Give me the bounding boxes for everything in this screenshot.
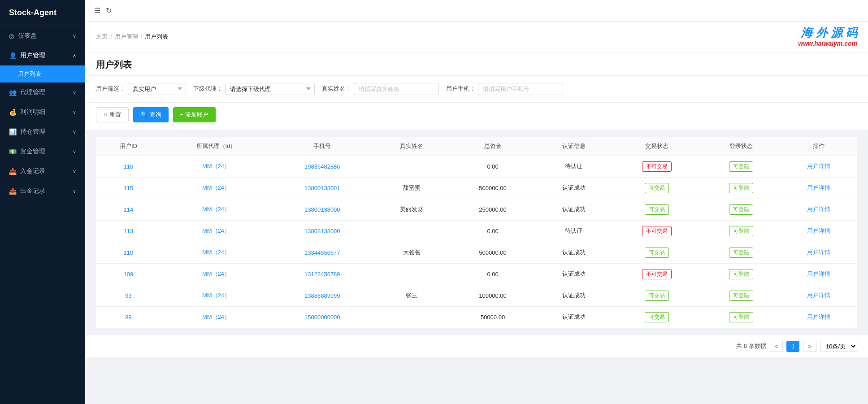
add-label: + 添加账户: [180, 111, 208, 119]
cell-phone: 15000000000: [271, 306, 373, 328]
cell-trade-status: 可交易: [612, 242, 702, 263]
col-user-id: 用户ID: [96, 137, 161, 156]
real-name-input[interactable]: [354, 83, 439, 95]
sidebar-item-withdrawal-record[interactable]: 📤 出金记录 ∨: [0, 181, 85, 201]
col-auth-info: 认证信息: [535, 137, 612, 156]
menu-toggle-icon[interactable]: ☰: [94, 6, 100, 15]
search-icon: 🔍: [140, 111, 148, 118]
cell-user-id: 109: [96, 263, 161, 285]
cell-agent: MM（24）: [161, 199, 271, 220]
breadcrumb-home[interactable]: 主页: [96, 33, 108, 41]
search-button[interactable]: 🔍 查询: [133, 107, 169, 122]
cell-login-status: 可登陆: [702, 199, 780, 220]
cell-total-funds: 0.00: [450, 156, 536, 177]
col-total-funds: 总资金: [450, 137, 536, 156]
sidebar-item-agent-management[interactable]: 👥 代理管理 ∨: [0, 83, 85, 102]
filter-user-type: 用户筛选： 真实用户模拟用户: [96, 83, 186, 95]
deposit-icon: 📥: [9, 168, 17, 175]
cell-trade-status: 不可交易: [612, 220, 702, 242]
table-row: 93 MM（24） 13888889999 张三 100000.00 认证成功 …: [96, 285, 857, 306]
sidebar-item-position-management[interactable]: 📊 持仓管理 ∨: [0, 122, 85, 142]
cell-real-name: 甜蜜蜜: [373, 177, 450, 199]
cell-agent: MM（24）: [161, 306, 271, 328]
position-icon: 📊: [9, 128, 17, 135]
cell-action[interactable]: 用户详情: [781, 156, 857, 177]
table-row: 115 MM（24） 13800138001 甜蜜蜜 500000.00 认证成…: [96, 177, 857, 199]
page-title-bar: 用户列表: [85, 52, 868, 76]
sidebar-item-label: 持仓管理: [20, 128, 45, 136]
sidebar-item-deposit-record[interactable]: 📥 入金记录 ∨: [0, 161, 85, 181]
cell-auth-info: 待认证: [535, 156, 612, 177]
sub-agent-select[interactable]: 请选择下级代理: [225, 83, 315, 95]
cell-real-name: [373, 306, 450, 328]
cell-real-name: 大爸爸: [373, 242, 450, 263]
sidebar-item-profit-detail[interactable]: 💰 利润明细 ∨: [0, 102, 85, 122]
cell-trade-status: 可交易: [612, 177, 702, 199]
sidebar-item-label: 资金管理: [20, 148, 45, 156]
filter-sub-agent: 下级代理： 请选择下级代理: [193, 83, 315, 95]
breadcrumb: 主页 / 用户管理 / 用户列表: [96, 33, 168, 41]
cell-total-funds: 0.00: [450, 263, 536, 285]
sub-agent-label: 下级代理：: [193, 85, 222, 93]
watermark-line1: 海 外 源 码: [798, 26, 857, 40]
reset-label: 重置: [109, 111, 121, 119]
table-row: 116 MM（24） 19836482886 0.00 待认证 不可交易 可登陆…: [96, 156, 857, 177]
col-agent: 所属代理（Id）: [161, 137, 271, 156]
cell-real-name: 美丽发财: [373, 199, 450, 220]
col-trade-status: 交易状态: [612, 137, 702, 156]
table-row: 109 MM（24） 13123456789 0.00 认证成功 不可交易 可登…: [96, 263, 857, 285]
sidebar-item-fund-management[interactable]: 💵 资金管理 ∨: [0, 142, 85, 161]
col-phone: 手机号: [271, 137, 373, 156]
phone-input[interactable]: [478, 83, 563, 95]
watermark: 海 外 源 码 www.haiwaiym.com: [798, 26, 857, 48]
cell-user-id: 93: [96, 285, 161, 306]
action-bar: ○ 重置 🔍 查询 + 添加账户: [85, 103, 868, 130]
cell-auth-info: 认证成功: [535, 263, 612, 285]
agent-icon: 👥: [9, 89, 17, 96]
chevron-down-icon: ∨: [73, 169, 76, 174]
cell-agent: MM（24）: [161, 177, 271, 199]
breadcrumb-sep1: /: [110, 33, 112, 40]
cell-auth-info: 待认证: [535, 220, 612, 242]
chevron-down-icon: ∨: [73, 149, 76, 155]
filter-real-name: 真实姓名：: [322, 83, 439, 95]
col-action: 操作: [781, 137, 857, 156]
page-size-select[interactable]: 10条/页: [820, 341, 857, 352]
sidebar-item-user-management[interactable]: 👤 用户管理 ∧: [0, 46, 85, 65]
refresh-icon[interactable]: ↻: [106, 6, 112, 15]
cell-action[interactable]: 用户详情: [781, 199, 857, 220]
search-label: 查询: [150, 111, 161, 119]
cell-action[interactable]: 用户详情: [781, 263, 857, 285]
current-page-button[interactable]: 1: [786, 341, 799, 352]
cell-action[interactable]: 用户详情: [781, 285, 857, 306]
cell-agent: MM（24）: [161, 242, 271, 263]
sidebar-item-label: 仪表盘: [18, 32, 37, 40]
cell-total-funds: 100000.00: [450, 285, 536, 306]
phone-label: 用户手机：: [446, 85, 475, 93]
cell-phone: 13344556677: [271, 242, 373, 263]
breadcrumb-parent[interactable]: 用户管理: [115, 33, 138, 41]
breadcrumb-bar: 主页 / 用户管理 / 用户列表 海 外 源 码 www.haiwaiym.co…: [85, 22, 868, 52]
next-page-button[interactable]: >: [803, 341, 816, 352]
sidebar-item-dashboard[interactable]: ◎ 仪表盘 ∨: [0, 26, 85, 46]
cell-phone: 13123456789: [271, 263, 373, 285]
reset-icon: ○: [104, 111, 107, 118]
sidebar-item-label: 用户管理: [20, 52, 45, 60]
user-type-select[interactable]: 真实用户模拟用户: [128, 83, 186, 95]
cell-login-status: 可登陆: [702, 220, 780, 242]
chevron-down-icon: ∨: [73, 129, 76, 135]
prev-page-button[interactable]: <: [770, 341, 783, 352]
cell-agent: MM（24）: [161, 285, 271, 306]
cell-agent: MM（24）: [161, 220, 271, 242]
cell-trade-status: 不可交易: [612, 156, 702, 177]
cell-action[interactable]: 用户详情: [781, 177, 857, 199]
cell-action[interactable]: 用户详情: [781, 242, 857, 263]
cell-action[interactable]: 用户详情: [781, 306, 857, 328]
reset-button[interactable]: ○ 重置: [96, 107, 129, 122]
user-table: 用户ID 所属代理（Id） 手机号 真实姓名 总资金 认证信息 交易状态 登录状…: [96, 137, 857, 328]
cell-action[interactable]: 用户详情: [781, 220, 857, 242]
add-account-button[interactable]: + 添加账户: [173, 107, 216, 122]
cell-login-status: 可登陆: [702, 285, 780, 306]
sidebar-sub-item-user-list[interactable]: 用户列表: [0, 65, 85, 83]
cell-agent: MM（24）: [161, 263, 271, 285]
